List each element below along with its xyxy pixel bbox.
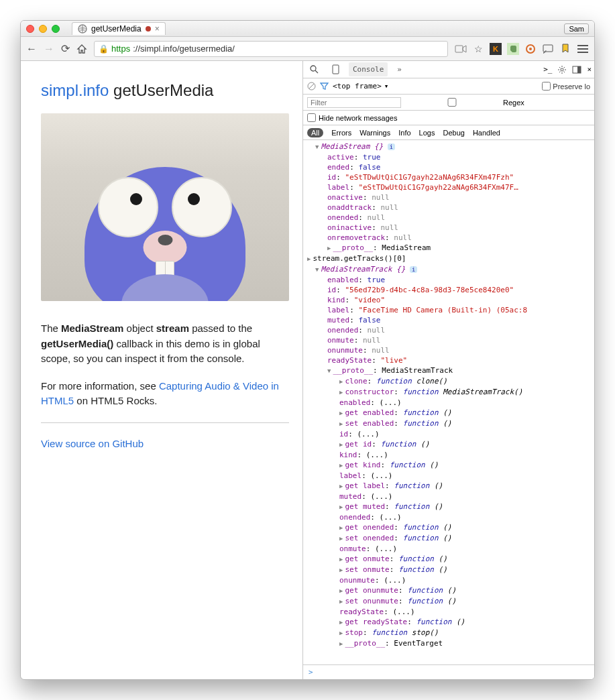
console-line[interactable]: enabled: true (303, 275, 594, 285)
preserve-log-checkbox[interactable] (542, 82, 551, 91)
profile-button[interactable]: Sam (564, 23, 589, 34)
console-line[interactable]: __proto__: EventTarget (303, 638, 594, 649)
console-line[interactable]: ended: false (303, 162, 594, 172)
console-line[interactable]: muted: false (303, 315, 594, 325)
console-line[interactable]: get onended: function () (303, 522, 594, 533)
close-window-button[interactable] (26, 25, 34, 33)
device-mode-icon[interactable] (328, 62, 343, 77)
console-line[interactable]: onactive: null (303, 192, 594, 202)
devtools-context-bar: <top frame> ▾ Preserve lo (303, 78, 594, 95)
console-line[interactable]: onunmute: null (303, 345, 594, 355)
svg-rect-1 (455, 46, 463, 52)
extension-tag-icon[interactable] (559, 43, 571, 55)
console-line[interactable]: set onended: function () (303, 533, 594, 544)
settings-icon[interactable] (557, 65, 567, 74)
console-line[interactable]: onremovetrack: null (303, 233, 594, 243)
console-line[interactable]: get readyState: function () (303, 617, 594, 628)
home-button[interactable] (76, 44, 87, 54)
console-line[interactable]: get onmute: function () (303, 554, 594, 565)
hide-network-checkbox[interactable] (307, 113, 316, 122)
zoom-window-button[interactable] (52, 25, 60, 33)
console-line[interactable]: kind: (...) (303, 450, 594, 460)
bookmark-star-icon[interactable]: ☆ (472, 43, 484, 55)
window-controls (26, 25, 60, 33)
console-line[interactable]: onended: null (303, 213, 594, 223)
log-level-debug[interactable]: Debug (443, 129, 464, 137)
console-line[interactable]: stream.getTracks()[0] (303, 253, 594, 264)
dock-icon[interactable] (572, 66, 581, 74)
console-line[interactable]: set onunmute: function () (303, 596, 594, 607)
console-line[interactable]: onended: (...) (303, 512, 594, 522)
console-line[interactable]: clone: function clone() (303, 376, 594, 387)
log-level-info[interactable]: Info (398, 129, 410, 137)
console-line[interactable]: onmute: (...) (303, 544, 594, 554)
console-line[interactable]: __proto__: MediaStream (303, 243, 594, 253)
log-level-warnings[interactable]: Warnings (359, 129, 390, 137)
console-line[interactable]: id: (...) (303, 429, 594, 439)
browser-tab[interactable]: getUserMedia × (72, 22, 166, 35)
console-line[interactable]: set enabled: function () (303, 418, 594, 429)
extension-omega-icon[interactable] (524, 43, 537, 55)
reload-button[interactable]: ⟳ (61, 42, 70, 55)
console-line[interactable]: onmute: null (303, 335, 594, 345)
regex-checkbox[interactable] (405, 98, 499, 107)
console-line[interactable]: MediaStreamTrack {} i (303, 264, 594, 275)
filter-icon[interactable] (320, 82, 329, 91)
heading-link[interactable]: simpl.info (41, 81, 109, 99)
back-button[interactable]: ← (26, 43, 37, 55)
log-level-logs[interactable]: Logs (419, 129, 435, 137)
console-line[interactable]: get onunmute: function () (303, 585, 594, 596)
console-line[interactable]: get label: function () (303, 481, 594, 491)
console-tab[interactable]: Console (349, 62, 388, 76)
console-line[interactable]: enabled: (...) (303, 398, 594, 408)
minimize-window-button[interactable] (39, 25, 47, 33)
menu-button[interactable] (577, 43, 589, 55)
console-line[interactable]: readyState: "live" (303, 355, 594, 365)
console-line[interactable]: get kind: function () (303, 460, 594, 471)
console-output[interactable]: MediaStream {} iactive: trueended: false… (303, 140, 594, 664)
console-line[interactable]: label: (...) (303, 471, 594, 481)
console-line[interactable]: id: "56ed72b9-d4bc-4c8a-98d3-78e5ce8420e… (303, 285, 594, 295)
console-line[interactable]: active: true (303, 152, 594, 162)
clear-console-icon[interactable] (307, 82, 316, 91)
gopher-plush-image (85, 167, 245, 301)
console-line[interactable]: oninactive: null (303, 223, 594, 233)
console-line[interactable]: onunmute: (...) (303, 575, 594, 585)
extension-evernote-icon[interactable] (507, 43, 519, 55)
camera-permission-icon[interactable] (455, 43, 467, 55)
console-line[interactable]: stop: function stop() (303, 628, 594, 638)
console-line[interactable]: readyState: (...) (303, 607, 594, 617)
console-line[interactable]: onended: null (303, 325, 594, 335)
console-line[interactable]: set onmute: function () (303, 565, 594, 575)
show-drawer-icon[interactable]: >_ (543, 65, 552, 74)
console-prompt[interactable]: > (303, 664, 594, 679)
console-line[interactable]: muted: (...) (303, 491, 594, 502)
search-icon[interactable] (306, 62, 323, 76)
url-bar[interactable]: 🔒 https://simpl.info/getusermedia/ (94, 41, 448, 57)
console-line[interactable]: __proto__: MediaStreamTrack (303, 365, 594, 376)
log-level-handled[interactable]: Handled (473, 129, 500, 137)
context-selector[interactable]: <top frame> ▾ (333, 82, 388, 91)
console-line[interactable]: MediaStream {} i (303, 141, 594, 152)
filter-input[interactable] (307, 97, 401, 108)
console-line[interactable]: kind: "video" (303, 295, 594, 305)
video-element[interactable] (41, 113, 289, 301)
log-level-all[interactable]: All (307, 128, 323, 137)
forward-button[interactable]: → (44, 43, 54, 55)
console-line[interactable]: get muted: function () (303, 502, 594, 512)
view-source-link[interactable]: View source on GitHub (41, 438, 144, 449)
console-line[interactable]: label: "FaceTime HD Camera (Built-in) (0… (303, 305, 594, 315)
console-line[interactable]: onaddtrack: null (303, 202, 594, 213)
close-devtools-button[interactable]: × (587, 65, 592, 74)
close-tab-button[interactable]: × (155, 24, 160, 34)
extension-k-icon[interactable]: K (490, 43, 502, 55)
svg-rect-9 (577, 66, 581, 73)
console-line[interactable]: get enabled: function () (303, 408, 594, 418)
more-tabs-button[interactable]: » (393, 62, 406, 76)
console-line[interactable]: constructor: function MediaStreamTrack() (303, 387, 594, 398)
cast-icon[interactable] (542, 43, 554, 55)
console-line[interactable]: label: "eStTDwUtQiC1G7gayh22aNAg6R34FXm4… (303, 182, 594, 192)
log-level-errors[interactable]: Errors (331, 129, 351, 137)
console-line[interactable]: get id: function () (303, 439, 594, 450)
console-line[interactable]: id: "eStTDwUtQiC1G7gayh22aNAg6R34FXm47Fz… (303, 172, 594, 182)
